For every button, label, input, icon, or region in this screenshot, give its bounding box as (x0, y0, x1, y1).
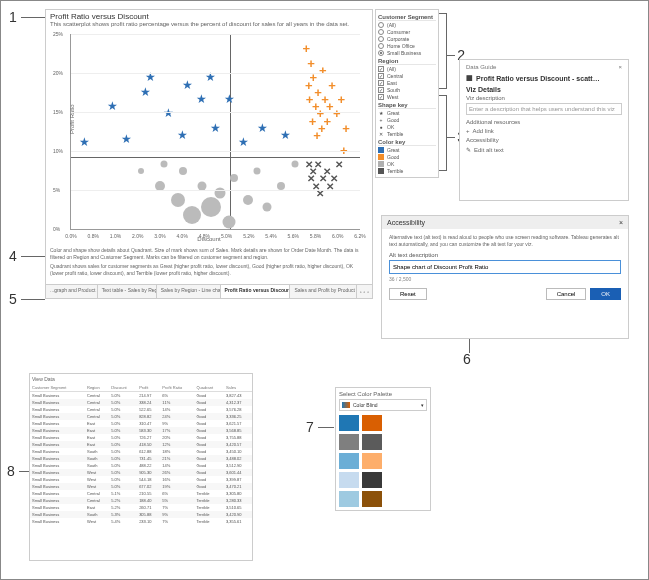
table-row[interactable]: Small BusinessWest5.0%544.1816%Good3,399… (30, 476, 252, 483)
mark-good[interactable]: + (324, 113, 332, 128)
table-row[interactable]: Small BusinessCentral5.1%210.556%Terribl… (30, 490, 252, 497)
color-swatch[interactable] (362, 491, 382, 507)
table-header[interactable]: Profit Ratio (160, 384, 194, 392)
segment-filter-item[interactable]: (All) (378, 22, 436, 28)
color-swatch[interactable] (339, 415, 359, 431)
mark-great[interactable]: ★ (210, 121, 221, 135)
table-header[interactable]: Quadrant (194, 384, 224, 392)
mark-ok[interactable] (230, 174, 238, 182)
region-filter-item[interactable]: ✓Central (378, 73, 436, 79)
mark-great[interactable]: ★ (257, 121, 268, 135)
mark-good[interactable]: + (309, 113, 317, 128)
table-row[interactable]: Small BusinessEast5.0%310.479%Good3,621.… (30, 420, 252, 427)
mark-great[interactable]: ★ (196, 92, 207, 106)
ok-button[interactable]: OK (590, 288, 621, 300)
mark-great[interactable]: ★ (182, 78, 193, 92)
data-table[interactable]: Customer SegmentRegionDiscountProfitProf… (30, 384, 252, 525)
mark-ok[interactable] (161, 160, 168, 167)
close-icon[interactable]: × (618, 64, 622, 70)
mark-good[interactable]: + (303, 41, 311, 56)
table-row[interactable]: Small BusinessWest5.4%233.107%Terrible3,… (30, 518, 252, 525)
table-row[interactable]: Small BusinessWest5.0%905.3026%Good3,601… (30, 469, 252, 476)
region-filter-item[interactable]: ✓(All) (378, 66, 436, 72)
sheet-tab[interactable]: Profit Ratio versus Discount - ... (221, 285, 291, 298)
mark-great[interactable]: ★ (140, 85, 151, 99)
mark-great[interactable]: ★ (238, 135, 249, 149)
color-swatch[interactable] (339, 434, 359, 450)
mark-great[interactable]: ★ (280, 128, 291, 142)
mark-ok[interactable] (197, 181, 206, 190)
mark-good[interactable]: + (340, 142, 348, 157)
mark-great[interactable]: ★ (163, 106, 174, 120)
table-row[interactable]: Small BusinessWest5.0%677.0219%Good3,470… (30, 483, 252, 490)
mark-great[interactable]: ★ (177, 128, 188, 142)
table-row[interactable]: Small BusinessEast5.2%260.717%Terrible3,… (30, 504, 252, 511)
mark-terrible[interactable]: ✕ (330, 173, 338, 184)
mark-ok[interactable] (277, 182, 285, 190)
table-row[interactable]: Small BusinessCentral5.0%214.976%Good3,8… (30, 392, 252, 400)
mark-ok[interactable] (254, 168, 261, 175)
mark-great[interactable]: ★ (224, 92, 235, 106)
mark-ok[interactable] (179, 167, 187, 175)
cancel-button[interactable]: Cancel (546, 288, 587, 300)
region-filter-item[interactable]: ✓West (378, 94, 436, 100)
mark-ok[interactable] (291, 160, 298, 167)
color-swatch[interactable] (339, 453, 359, 469)
mark-ok[interactable] (183, 206, 201, 224)
mark-good[interactable]: + (307, 55, 315, 70)
table-header[interactable]: Sales (224, 384, 252, 392)
mark-great[interactable]: ★ (79, 135, 90, 149)
table-header[interactable]: Discount (109, 384, 137, 392)
mark-ok[interactable] (138, 168, 144, 174)
mark-good[interactable]: + (333, 106, 341, 121)
segment-filter-item[interactable]: Home Office (378, 43, 436, 49)
mark-ok[interactable] (243, 195, 253, 205)
table-row[interactable]: Small BusinessSouth5.0%612.8818%Good3,45… (30, 448, 252, 455)
table-row[interactable]: Small BusinessEast5.0%726.2720%Good3,755… (30, 434, 252, 441)
close-icon[interactable]: × (619, 219, 623, 226)
color-swatch[interactable] (339, 472, 359, 488)
color-swatch[interactable] (362, 472, 382, 488)
sheet-tab[interactable]: Sales and Profit by Product su... (290, 285, 356, 298)
table-row[interactable]: Small BusinessCentral5.2%188.405%Terribl… (30, 497, 252, 504)
table-header[interactable]: Customer Segment (30, 384, 85, 392)
mark-terrible[interactable]: ✕ (314, 158, 322, 169)
mark-good[interactable]: + (338, 91, 346, 106)
sheet-tab[interactable]: ...graph and Product s... (46, 285, 98, 298)
mark-good[interactable]: + (342, 120, 350, 135)
color-swatch[interactable] (362, 415, 382, 431)
color-swatch[interactable] (362, 453, 382, 469)
mark-ok[interactable] (201, 197, 221, 217)
table-header[interactable]: Profit (137, 384, 160, 392)
table-row[interactable]: Small BusinessCentral5.0%828.8224%Good3,… (30, 413, 252, 420)
alt-text-input[interactable] (389, 260, 621, 274)
table-row[interactable]: Small BusinessSouth5.0%731.4521%Good3,48… (30, 455, 252, 462)
mark-ok[interactable] (171, 193, 185, 207)
table-row[interactable]: Small BusinessCentral5.0%338.2411%Good4,… (30, 399, 252, 406)
mark-great[interactable]: ★ (121, 132, 132, 146)
reset-button[interactable]: Reset (389, 288, 427, 300)
mark-ok[interactable] (223, 215, 236, 228)
mark-terrible[interactable]: ✕ (335, 158, 343, 169)
segment-filter-item[interactable]: Small Business (378, 50, 436, 56)
table-header[interactable]: Region (85, 384, 109, 392)
color-swatch[interactable] (362, 434, 382, 450)
grid-icon[interactable]: ▫ (360, 289, 362, 295)
region-filter-item[interactable]: ✓South (378, 87, 436, 93)
table-row[interactable]: Small BusinessSouth5.0%488.2214%Good3,51… (30, 462, 252, 469)
mark-ok[interactable] (262, 203, 271, 212)
guide-desc-input[interactable]: Enter a description that helps users und… (466, 103, 622, 115)
sheet-tab[interactable]: Sales by Region - Line chart ... (157, 285, 221, 298)
add-link-button[interactable]: +Add link (466, 128, 622, 134)
palette-select[interactable]: Color Blind▾ (339, 399, 427, 411)
segment-filter-item[interactable]: Consumer (378, 29, 436, 35)
table-row[interactable]: Small BusinessEast5.0%583.3017%Good3,568… (30, 427, 252, 434)
segment-filter-item[interactable]: Corporate (378, 36, 436, 42)
edit-alt-text-button[interactable]: ✎Edit alt text (466, 146, 622, 153)
sheet-tab[interactable]: Text table - Sales by Region (98, 285, 157, 298)
color-swatch[interactable] (339, 491, 359, 507)
table-row[interactable]: Small BusinessSouth5.3%305.889%Terrible3… (30, 511, 252, 518)
presentation-icon[interactable]: ▫ (363, 289, 365, 295)
mark-good[interactable]: + (328, 77, 336, 92)
expand-icon[interactable]: ▫ (367, 289, 369, 295)
